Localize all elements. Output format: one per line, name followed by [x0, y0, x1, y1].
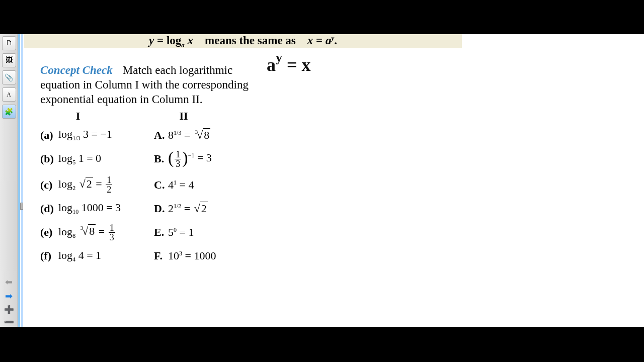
rows-container: (a)log1/3 3 = −1A.81/3 = 38(b)log5 1 = 0…: [40, 128, 252, 263]
row-label-right: C.: [154, 178, 168, 192]
text-tool-button[interactable]: A: [2, 87, 16, 102]
match-row: (f)log4 4 = 1F.103 = 1000: [40, 249, 252, 263]
rhs-exp: y: [331, 34, 334, 42]
row-equation-left: log10 1000 = 3: [58, 201, 154, 216]
arrow-left-icon: ⬅: [5, 277, 13, 287]
concept-check-block: Concept Check Match each logarithmic equ…: [40, 63, 257, 107]
plus-icon: ➕: [4, 305, 14, 314]
image-tool-button[interactable]: 🖼: [2, 53, 16, 67]
match-row: (a)log1/3 3 = −1A.81/3 = 38: [40, 128, 252, 142]
row-label-right: F.: [154, 249, 168, 262]
row-label-left: (b): [40, 152, 58, 165]
puzzle-icon: 🧩: [5, 108, 13, 116]
match-row: (e)log8 38 = 13E.50 = 1: [40, 223, 252, 242]
anno-eq: =: [287, 55, 297, 75]
image-icon: 🖼: [6, 56, 13, 64]
column-1-header: I: [40, 110, 116, 123]
row-equation-right: 103 = 1000: [168, 249, 252, 262]
new-page-button[interactable]: 🗋: [2, 36, 16, 50]
arrow-right-icon: ➡: [5, 291, 13, 301]
row-label-right: E.: [154, 226, 168, 239]
row-equation-left: log1/3 3 = −1: [58, 128, 154, 142]
anno-rhs: x: [302, 55, 311, 75]
row-equation-left: log4 4 = 1: [58, 249, 154, 263]
document-canvas[interactable]: y = log a x means the same as x = a y . …: [18, 34, 644, 327]
row-equation-right: 21/2 = 2: [168, 202, 252, 215]
matching-columns: I II (a)log1/3 3 = −1A.81/3 = 38(b)log5 …: [40, 110, 252, 270]
match-row: (d)log10 1000 = 3D.21/2 = 2: [40, 201, 252, 216]
page-icon: 🗋: [6, 39, 13, 47]
prev-page-button[interactable]: ⬅: [5, 277, 13, 288]
toolbar: 🗋 🖼 📎 A 🧩 ↔ ⬅ ➡ ➕ ➖: [0, 34, 18, 327]
definition-banner: y = log a x means the same as x = a y .: [24, 34, 462, 48]
rhs-var: x: [307, 34, 313, 47]
row-label-left: (a): [40, 129, 58, 142]
row-equation-right: 81/3 = 38: [168, 129, 252, 142]
row-label-right: B.: [154, 152, 168, 165]
column-2-header: II: [136, 110, 231, 123]
period: .: [334, 34, 337, 47]
row-label-left: (d): [40, 202, 58, 215]
row-equation-left: log2 2 = 12: [58, 175, 154, 194]
anno-base: a: [267, 55, 276, 75]
mini-scrollbar[interactable]: [20, 203, 23, 210]
means-text: means the same as: [205, 34, 296, 47]
concept-check-title: Concept Check: [40, 64, 113, 76]
remove-page-button[interactable]: ➖: [4, 317, 14, 327]
row-label-right: A.: [154, 129, 168, 142]
row-label-left: (f): [40, 249, 58, 262]
row-label-left: (e): [40, 226, 58, 239]
log-base: a: [181, 41, 185, 49]
minus-icon: ➖: [4, 318, 14, 326]
paperclip-icon: 📎: [5, 73, 13, 82]
add-page-button[interactable]: ➕: [4, 305, 14, 314]
handwritten-annotation: ay = x: [267, 54, 311, 75]
next-page-button[interactable]: ➡: [5, 291, 13, 302]
app-frame: 🗋 🖼 📎 A 🧩 ↔ ⬅ ➡ ➕ ➖ y = log a x means th…: [0, 34, 644, 327]
rhs-base: a: [326, 34, 332, 47]
plugin-tool-button[interactable]: 🧩: [2, 105, 16, 119]
log-arg: x: [188, 34, 194, 47]
row-equation-left: log8 38 = 13: [58, 223, 154, 242]
row-label-left: (c): [40, 178, 58, 192]
row-equation-right: (13)−1 = 3: [168, 149, 252, 168]
attach-tool-button[interactable]: 📎: [2, 70, 16, 84]
row-equation-left: log5 1 = 0: [58, 152, 154, 166]
log-func: log: [167, 34, 181, 47]
match-row: (b)log5 1 = 0B.(13)−1 = 3: [40, 149, 252, 168]
anno-exp: y: [276, 50, 282, 65]
lhs-var: y: [149, 34, 154, 47]
row-equation-right: 41 = 4: [168, 178, 252, 192]
text-icon: A: [7, 91, 11, 99]
column-headers: I II: [40, 110, 252, 123]
row-label-right: D.: [154, 202, 168, 215]
row-equation-right: 50 = 1: [168, 226, 252, 239]
match-row: (c)log2 2 = 12C.41 = 4: [40, 175, 252, 194]
